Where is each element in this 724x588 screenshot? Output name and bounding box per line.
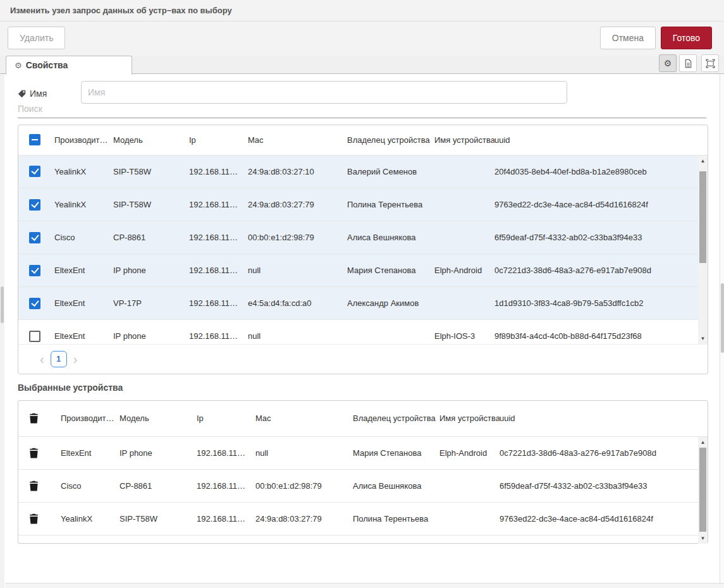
cell-device-name: [439, 470, 500, 503]
cell-owner: Валерий Семенов: [347, 156, 434, 188]
cell-manufacturer: EltexEnt: [54, 287, 113, 320]
cell-mac: 00:b0:e1:d2:98:79: [248, 221, 347, 254]
pagination: ‹ 1 ›: [18, 345, 708, 374]
cell-manufacturer: EltexEnt: [54, 254, 113, 287]
cell-manufacturer: YealinkX: [61, 503, 120, 536]
cell-select: [18, 287, 54, 320]
cell-mac: null: [248, 254, 347, 287]
col-header-mac: Mac: [255, 401, 353, 436]
col-header-device-name: Имя устройства: [439, 401, 500, 436]
remove-device-button[interactable]: [29, 448, 39, 458]
page-number-button[interactable]: 1: [51, 351, 67, 367]
cell-select: [18, 254, 54, 287]
cell-ip: 192.168.11…: [197, 470, 255, 503]
tab-properties[interactable]: ⚙Свойства: [6, 56, 132, 75]
cell-device-name: [434, 221, 494, 254]
table-row[interactable]: YealinkX SIP-T58W 192.168.11… 24:9a:d8:0…: [18, 156, 708, 188]
remove-device-button[interactable]: [29, 513, 39, 524]
cell-ip: 192.168.11…: [189, 287, 248, 320]
cell-mac: e4:5a:d4:fa:cd:a0: [248, 287, 347, 320]
search-input[interactable]: [18, 99, 706, 118]
col-header-device-name: Имя устройства: [434, 125, 494, 155]
cell-model: SIP-T58W: [113, 188, 189, 221]
tray-footer: [5, 583, 724, 588]
col-header-mac: Mac: [248, 125, 347, 155]
scroll-up-arrow[interactable]: ▲: [698, 438, 708, 447]
scroll-down-arrow[interactable]: ▼: [698, 334, 708, 343]
table-row[interactable]: YealinkX SIP-T58W 192.168.11… 24:9a:d8:0…: [18, 503, 708, 536]
cell-ip: 192.168.11…: [189, 320, 248, 345]
cell-uuid: 0c7221d3-38d6-48a3-a276-e917ab7e908d: [500, 437, 708, 470]
page-scrollbar-right: [720, 74, 724, 584]
cell-owner: Алиса Вешнякова: [347, 221, 434, 254]
scrollbar-thumb[interactable]: [699, 171, 706, 263]
cell-mac: null: [255, 437, 353, 470]
scroll-up-arrow[interactable]: ▲: [698, 156, 708, 166]
row-checkbox[interactable]: [29, 298, 40, 309]
col-header-ip: Ip: [197, 401, 255, 436]
scroll-down-arrow[interactable]: ▼: [698, 534, 708, 543]
row-checkbox[interactable]: [29, 331, 40, 342]
page-prev-button[interactable]: ‹: [37, 352, 47, 367]
cell-device-name: [439, 503, 500, 536]
cell-mac: 00:b0:e1:d2:98:79: [255, 470, 353, 503]
table-row[interactable]: Cisco CP-8861 192.168.11… 00:b0:e1:d2:98…: [18, 470, 708, 503]
cell-owner: Алиса Вешнякова: [353, 470, 439, 503]
done-button[interactable]: Готово: [661, 27, 712, 49]
scrollbar-thumb[interactable]: [1, 286, 4, 323]
cell-manufacturer: Cisco: [61, 470, 120, 503]
col-header-model: Модель: [113, 125, 189, 155]
row-checkbox[interactable]: [29, 232, 40, 243]
dialog-title: Изменить узел запрос данных об устр−вах …: [0, 0, 724, 21]
cell-remove: [18, 437, 61, 470]
name-field-label: Имя: [30, 89, 47, 99]
table-row[interactable]: EltexEnt IP phone 192.168.11… null Мария…: [18, 437, 708, 470]
tab-properties-label: Свойства: [26, 60, 68, 70]
cell-ip: 192.168.11…: [189, 254, 248, 287]
properties-view-button[interactable]: ⚙: [659, 54, 677, 72]
cell-manufacturer: YealinkX: [54, 156, 113, 188]
cell-uuid: 6f59deaf-d75f-4332-ab02-c33ba3f94e33: [494, 221, 708, 254]
table-row[interactable]: EltexEnt IP phone 192.168.11… null Elph-…: [18, 320, 708, 345]
delete-all-button[interactable]: [29, 413, 39, 424]
table-row[interactable]: EltexEnt VP-17P 192.168.11… e4:5a:d4:fa:…: [18, 287, 708, 320]
row-checkbox[interactable]: [29, 166, 40, 177]
col-header-manufacturer: Производит…: [54, 125, 113, 155]
cell-select: [18, 221, 54, 254]
cell-model: VP-17P: [113, 287, 189, 320]
select-all-checkbox[interactable]: [29, 134, 40, 145]
cell-mac: 24:9a:d8:03:27:79: [248, 188, 347, 221]
col-header-model: Модель: [120, 401, 197, 436]
cell-model: IP phone: [113, 254, 189, 287]
scrollbar-thumb[interactable]: [699, 448, 706, 532]
cell-device-name: [434, 287, 494, 320]
cell-select: [18, 188, 54, 221]
table-row[interactable]: EltexEnt IP phone 192.168.11… null Мария…: [18, 254, 708, 287]
cell-model: IP phone: [113, 320, 189, 345]
cell-model: CP-8861: [120, 470, 197, 503]
row-checkbox[interactable]: [29, 199, 40, 211]
fit-icon-button[interactable]: [701, 54, 719, 72]
cell-manufacturer: EltexEnt: [54, 320, 113, 345]
delete-button[interactable]: Удалить: [8, 27, 65, 49]
remove-device-button[interactable]: [29, 481, 39, 491]
page-next-button[interactable]: ›: [71, 352, 80, 367]
cell-uuid: 1d1d9310-3f83-4ca8-9b79-5a53dffc1cb2: [494, 287, 708, 320]
table-row[interactable]: Cisco CP-8861 192.168.11… 00:b0:e1:d2:98…: [18, 221, 708, 254]
cell-mac: 24:9a:d8:03:27:10: [248, 156, 347, 188]
cell-model: SIP-T58W: [113, 156, 189, 188]
cell-ip: 192.168.11…: [197, 503, 255, 536]
cell-owner: Мария Степанова: [353, 437, 439, 470]
tag-icon: [18, 90, 26, 98]
table-row[interactable]: YealinkX SIP-T58W 192.168.11… 24:9a:d8:0…: [18, 188, 708, 221]
col-header-uuid: uuid: [500, 401, 708, 436]
cell-uuid: 9763ed22-dc3e-4ace-ac84-d54d1616824f: [494, 188, 708, 221]
cancel-button[interactable]: Отмена: [600, 27, 656, 49]
cell-owner: Александр Акимов: [347, 287, 434, 320]
scrollbar-thumb[interactable]: [721, 283, 724, 353]
description-view-button[interactable]: [679, 54, 697, 72]
cell-owner: Полина Терентьева: [353, 503, 439, 536]
selected-table-viewport: EltexEnt IP phone 192.168.11… null Мария…: [18, 437, 708, 544]
cell-mac: null: [248, 320, 347, 345]
row-checkbox[interactable]: [29, 265, 40, 276]
